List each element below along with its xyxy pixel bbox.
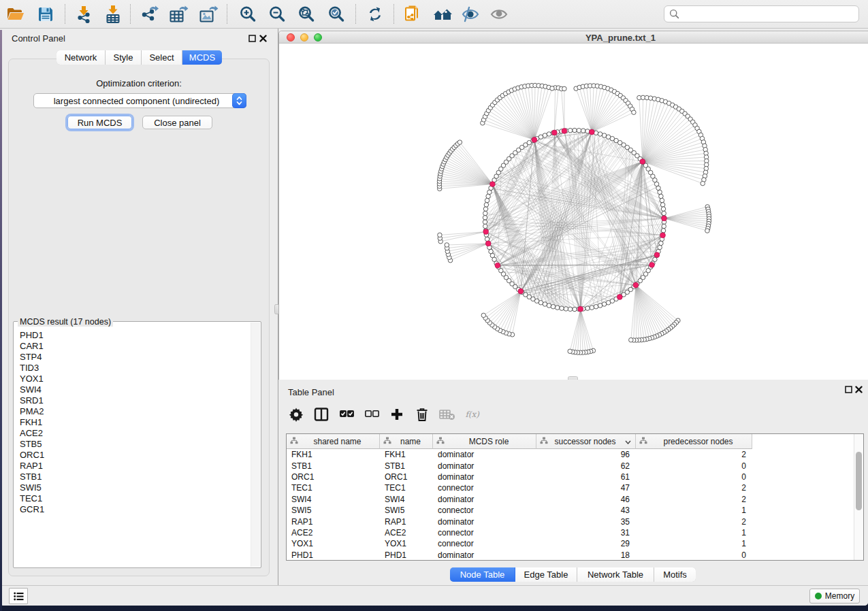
table-row[interactable]: TEC1TEC1connector472: [287, 482, 854, 493]
table-panel-title: Table Panel: [288, 387, 334, 397]
cell-shared-name: PHD1: [287, 550, 380, 560]
refresh-icon[interactable]: [366, 5, 385, 23]
mcds-result-item[interactable]: STB1: [14, 472, 251, 482]
export-network-icon[interactable]: [140, 5, 159, 23]
network-canvas[interactable]: [279, 44, 868, 380]
cell-shared-name: RAP1: [287, 517, 380, 527]
add-icon[interactable]: [389, 406, 405, 423]
toolbar-separator: [130, 4, 131, 24]
export-image-icon[interactable]: [199, 5, 219, 23]
mcds-result-scrollbar[interactable]: [251, 323, 260, 567]
table-row[interactable]: PHD1PHD1dominator180: [287, 550, 854, 560]
search-icon: [669, 9, 679, 19]
import-table-icon[interactable]: [104, 5, 123, 24]
show-panels-list-button[interactable]: [9, 588, 28, 604]
cell-predecessor-nodes: 1: [636, 506, 752, 515]
control-panel-title: Control Panel: [12, 33, 65, 44]
table-scrollbar-thumb[interactable]: [856, 452, 862, 510]
save-icon[interactable]: [37, 5, 54, 23]
cell-name: SWI5: [380, 506, 433, 515]
mcds-result-item[interactable]: STB5: [14, 439, 251, 450]
mcds-result-item[interactable]: RAP1: [14, 461, 251, 472]
table-row[interactable]: YOX1YOX1connector291: [287, 538, 854, 549]
columns-icon[interactable]: [313, 406, 329, 423]
table-row[interactable]: FKH1FKH1dominator962: [287, 449, 854, 460]
table-row[interactable]: SWI4SWI4dominator462: [287, 494, 854, 505]
zoom-selected-icon[interactable]: [327, 5, 346, 23]
select-all-icon[interactable]: [338, 406, 355, 423]
table-row[interactable]: SWI5SWI5connector431: [287, 505, 854, 516]
share-document-icon[interactable]: [404, 4, 422, 24]
table-scrollbar[interactable]: [854, 434, 863, 560]
tab-network-table[interactable]: Network Table: [577, 567, 654, 582]
table-row[interactable]: ACE2ACE2connector311: [287, 527, 854, 538]
table-row[interactable]: ORC1ORC1dominator610: [287, 472, 854, 482]
mcds-result-item[interactable]: ORC1: [14, 450, 251, 461]
delete-icon[interactable]: [414, 406, 430, 423]
tab-node-table[interactable]: Node Table: [450, 567, 515, 582]
mcds-result-item[interactable]: CAR1: [14, 341, 251, 352]
zoom-fit-icon[interactable]: [298, 5, 316, 23]
mcds-result-item[interactable]: YOX1: [14, 374, 251, 384]
tab-style[interactable]: Style: [106, 50, 142, 65]
network-overview-icon[interactable]: [432, 6, 453, 22]
cell-MCDS-role: dominator: [433, 472, 536, 482]
show-graphics-icon[interactable]: [489, 6, 509, 22]
mcds-result-list[interactable]: PHD1CAR1STP4TID3YOX1SWI4SRD1PMA2FKH1ACE2…: [14, 330, 251, 567]
column-header-name[interactable]: name: [380, 434, 433, 449]
mcds-result-item[interactable]: TEC1: [14, 493, 251, 504]
mcds-result-item[interactable]: GCR1: [14, 504, 251, 515]
tab-mcds[interactable]: MCDS: [182, 50, 222, 65]
search-box[interactable]: [664, 5, 859, 22]
close-panel-icon[interactable]: [259, 34, 267, 42]
tab-edge-table[interactable]: Edge Table: [515, 567, 577, 582]
cell-successor-nodes: 96: [536, 450, 636, 459]
close-window-traffic-light[interactable]: [287, 33, 295, 42]
table-row[interactable]: STB1STB1dominator620: [287, 460, 854, 471]
column-header-successor-nodes[interactable]: successor nodes: [536, 434, 636, 449]
optimization-criterion-select[interactable]: largest connected component (undirected): [33, 93, 246, 108]
zoom-window-traffic-light[interactable]: [314, 33, 322, 42]
column-header-predecessor-nodes[interactable]: predecessor nodes: [636, 434, 752, 449]
mcds-result-item[interactable]: ACE2: [14, 428, 251, 439]
float-panel-icon[interactable]: [248, 34, 256, 42]
application-window: Control Panel NetworkStyleSelectMCDS Opt…: [0, 0, 868, 606]
import-network-icon[interactable]: [75, 5, 93, 24]
deselect-all-icon[interactable]: [364, 406, 380, 423]
minimize-window-traffic-light[interactable]: [300, 33, 308, 42]
cell-successor-nodes: 35: [536, 517, 636, 527]
optimization-criterion-label: Optimization criterion:: [9, 78, 269, 88]
float-table-panel-icon[interactable]: [844, 385, 852, 393]
close-table-panel-icon[interactable]: [854, 385, 863, 393]
table-row[interactable]: RAP1RAP1dominator352: [287, 516, 854, 527]
gear-icon[interactable]: [288, 406, 304, 423]
zoom-in-icon[interactable]: [239, 5, 257, 23]
export-table-icon[interactable]: [169, 5, 189, 23]
run-mcds-button[interactable]: Run MCDS: [67, 116, 132, 129]
search-input[interactable]: [679, 7, 858, 21]
mcds-result-item[interactable]: PMA2: [14, 406, 251, 417]
tab-motifs[interactable]: Motifs: [654, 567, 696, 582]
hide-graphics-icon[interactable]: [460, 6, 481, 22]
tab-select[interactable]: Select: [142, 50, 182, 65]
mcds-result-item[interactable]: SWI5: [14, 482, 251, 493]
column-header-MCDS-role[interactable]: MCDS role: [433, 434, 536, 449]
mcds-result-item[interactable]: TID3: [14, 363, 251, 374]
open-folder-icon[interactable]: [6, 5, 25, 23]
column-header-shared-name[interactable]: shared name: [287, 434, 380, 449]
cell-name: STB1: [380, 461, 433, 471]
cell-predecessor-nodes: 0: [636, 550, 752, 560]
mcds-result-item[interactable]: STP4: [14, 352, 251, 363]
control-panel-tabs: NetworkStyleSelectMCDS: [57, 50, 222, 65]
mcds-result-item[interactable]: PHD1: [14, 330, 251, 341]
tab-network[interactable]: Network: [57, 50, 106, 65]
close-panel-button[interactable]: Close panel: [142, 116, 212, 129]
mcds-result-item[interactable]: SRD1: [14, 395, 251, 406]
mcds-result-item[interactable]: SWI4: [14, 384, 251, 395]
select-value: largest connected component (undirected): [34, 96, 232, 106]
zoom-out-icon[interactable]: [268, 5, 287, 23]
status-bar: Memory: [0, 585, 868, 606]
mcds-result-item[interactable]: FKH1: [14, 417, 251, 428]
memory-button[interactable]: Memory: [809, 589, 860, 604]
toolbar-separator: [65, 4, 65, 24]
